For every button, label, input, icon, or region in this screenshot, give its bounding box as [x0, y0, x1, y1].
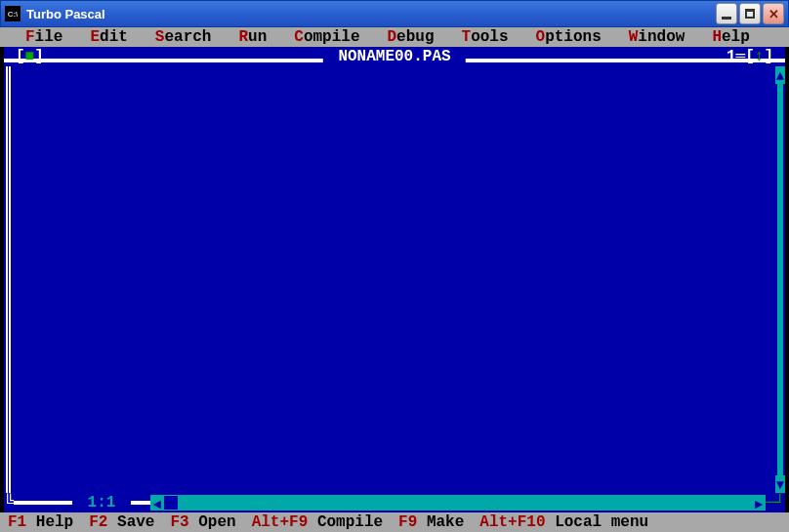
menubar: File Edit Search Run Compile Debug Tools… [0, 27, 789, 47]
status-help[interactable]: F1 Help [8, 512, 89, 532]
editor-filename: NONAME00.PAS [323, 47, 466, 66]
menu-options[interactable]: Options [522, 27, 615, 47]
status-compile[interactable]: Alt+F9 Compile [252, 512, 398, 532]
status-localmenu[interactable]: Alt+F10 Local menu [479, 512, 664, 532]
menu-window[interactable]: Window [615, 27, 699, 47]
scroll-h-thumb[interactable] [164, 496, 178, 510]
frame-top: [■] NONAME00.PAS 1═[↕] [4, 47, 785, 66]
scroll-down-icon[interactable]: ▼ [775, 475, 785, 493]
minimize-button[interactable] [716, 3, 737, 24]
status-save[interactable]: F2 Save [89, 512, 170, 532]
scroll-up-icon[interactable]: ▲ [775, 66, 785, 84]
menu-debug[interactable]: Debug [374, 27, 448, 47]
dos-screen: File Edit Search Run Compile Debug Tools… [0, 27, 789, 532]
frame-bottom: ╚ 1:1 ◄ ► ─┘ [4, 493, 785, 512]
statusbar: F1 Help F2 Save F3 Open Alt+F9 Compile F… [0, 512, 789, 532]
window-close-box[interactable]: [■] [16, 47, 44, 66]
editor-window[interactable]: [■] NONAME00.PAS 1═[↕] ▲ ▼ ╚ 1:1 ◄ ► ─┘ [4, 47, 785, 512]
status-open[interactable]: F3 Open [170, 512, 251, 532]
vertical-scrollbar[interactable]: ▲ ▼ [775, 66, 785, 493]
status-make[interactable]: F9 Make [398, 512, 479, 532]
menu-run[interactable]: Run [225, 27, 280, 47]
menu-search[interactable]: Search [142, 27, 226, 47]
window-title: Turbo Pascal [26, 7, 716, 21]
window-number[interactable]: 1═[↕] [727, 47, 773, 66]
menu-compile[interactable]: Compile [280, 27, 373, 47]
scroll-left-icon[interactable]: ◄ [150, 495, 164, 511]
frame-left [4, 66, 12, 493]
cursor-position: 1:1 [72, 493, 131, 512]
menu-help[interactable]: Help [698, 27, 763, 47]
menu-edit[interactable]: Edit [76, 27, 141, 47]
horizontal-scrollbar[interactable]: ◄ ► [150, 495, 766, 511]
app-icon: C:\ [5, 6, 21, 21]
menu-file[interactable]: File [12, 27, 76, 47]
frame-corner-bl: ╚ [4, 493, 14, 512]
close-button[interactable]: ✕ [763, 3, 784, 24]
maximize-button[interactable] [739, 3, 761, 24]
titlebar[interactable]: C:\ Turbo Pascal ✕ [0, 0, 789, 27]
menu-tools[interactable]: Tools [448, 27, 522, 47]
scroll-v-track[interactable] [777, 84, 783, 475]
resize-handle[interactable]: ─┘ [766, 493, 785, 512]
scroll-right-icon[interactable]: ► [752, 495, 766, 511]
